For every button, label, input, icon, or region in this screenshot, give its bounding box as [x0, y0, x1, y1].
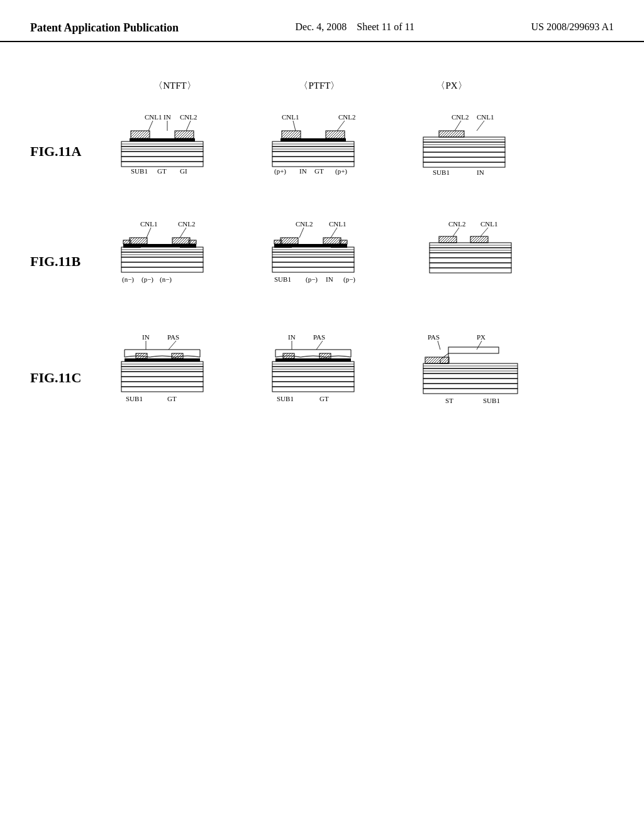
svg-text:(p−): (p−) [142, 275, 153, 284]
svg-rect-32 [272, 162, 354, 167]
svg-line-146 [477, 341, 482, 350]
svg-text:(n−): (n−) [122, 275, 134, 284]
svg-rect-153 [423, 374, 518, 379]
svg-line-76 [331, 228, 337, 238]
svg-rect-58 [123, 240, 131, 244]
svg-text:PAS: PAS [313, 333, 325, 341]
svg-text:CNL1: CNL1 [282, 113, 299, 121]
svg-rect-6 [131, 131, 150, 138]
svg-rect-30 [272, 152, 354, 157]
main-content: 〈NTFT〉 〈PTFT〉 〈PX〉 FIG.11A CNL1 IN CNL2 [0, 42, 644, 438]
svg-text:(p+): (p+) [274, 167, 286, 175]
fig-11c-diagrams: IN PAS [112, 331, 530, 425]
svg-line-98 [480, 228, 488, 236]
svg-text:(n−): (n−) [160, 275, 172, 284]
svg-line-40 [477, 121, 484, 131]
svg-text:CNL1: CNL1 [140, 220, 158, 228]
svg-rect-100 [470, 236, 488, 243]
svg-text:CNL2: CNL2 [180, 113, 197, 121]
svg-text:CNL2: CNL2 [452, 113, 469, 121]
fig-11c-row: FIG.11C IN PAS [30, 331, 614, 425]
svg-text:GT: GT [157, 167, 167, 175]
svg-text:PAS: PAS [167, 333, 179, 341]
svg-line-21 [293, 121, 296, 131]
svg-text:SUB1: SUB1 [126, 395, 143, 402]
svg-line-55 [180, 228, 186, 238]
svg-line-54 [147, 228, 151, 238]
svg-rect-24 [326, 131, 345, 138]
svg-rect-90 [272, 267, 354, 272]
svg-rect-68 [121, 262, 203, 267]
ptft-header: 〈PTFT〉 [257, 80, 382, 92]
svg-rect-137 [272, 372, 354, 377]
svg-text:IN: IN [288, 333, 296, 341]
svg-text:CNL2: CNL2 [296, 220, 313, 228]
svg-rect-155 [423, 384, 518, 389]
px-11a-svg: CNL2 CNL1 SUB1 [414, 111, 524, 192]
ntft-11a-svg: CNL1 IN CNL2 [112, 111, 244, 192]
svg-rect-78 [323, 238, 341, 244]
svg-rect-131 [319, 353, 331, 358]
svg-rect-120 [121, 372, 203, 377]
svg-rect-89 [272, 262, 354, 267]
svg-text:GT: GT [167, 395, 177, 402]
svg-rect-106 [430, 258, 511, 263]
svg-text:SUB1: SUB1 [274, 275, 291, 283]
ptft-11b-diagram: CNL2 CNL1 [263, 218, 401, 306]
svg-rect-147 [448, 347, 499, 353]
svg-rect-107 [430, 263, 511, 268]
svg-text:(p−): (p−) [306, 275, 318, 284]
svg-text:GI: GI [180, 167, 187, 175]
svg-text:CNL1: CNL1 [477, 113, 494, 121]
svg-rect-99 [439, 236, 457, 243]
svg-rect-130 [283, 353, 294, 358]
ntft-11a-diagram: CNL1 IN CNL2 [112, 111, 244, 192]
svg-text:ST: ST [445, 397, 453, 404]
px-header: 〈PX〉 [401, 80, 502, 92]
svg-rect-132 [275, 358, 351, 362]
sheet-info: Sheet 11 of 11 [357, 21, 414, 32]
svg-rect-7 [175, 131, 194, 138]
fig-11b-diagrams: CNL1 CNL2 [112, 218, 530, 306]
svg-text:CNL1: CNL1 [145, 113, 162, 121]
svg-text:(p+): (p+) [335, 167, 347, 175]
svg-rect-138 [272, 377, 354, 382]
fig-11b-label: FIG.11B [30, 253, 99, 270]
publication-title: Patent Application Publication [30, 20, 179, 36]
svg-line-75 [299, 228, 304, 238]
svg-text:CNL1: CNL1 [329, 220, 347, 228]
svg-line-39 [455, 121, 461, 131]
ptft-11a-diagram: CNL1 CNL2 [263, 111, 395, 192]
svg-rect-57 [172, 238, 190, 244]
svg-text:CNL2: CNL2 [178, 220, 196, 228]
svg-text:SUB1: SUB1 [277, 395, 294, 402]
svg-text:IN: IN [164, 113, 171, 121]
px-11b-svg: CNL2 CNL1 [420, 218, 530, 306]
svg-rect-113 [136, 353, 147, 358]
svg-text:IN: IN [299, 167, 307, 175]
fig-11a-diagrams: CNL1 IN CNL2 [112, 111, 524, 192]
ntft-11c-svg: IN PAS [112, 331, 244, 425]
fig-11a-row: FIG.11A CNL1 IN CNL2 [30, 111, 614, 192]
svg-rect-49 [423, 162, 505, 167]
svg-rect-115 [125, 358, 200, 362]
svg-rect-13 [121, 152, 203, 157]
svg-rect-140 [272, 387, 354, 392]
svg-rect-80 [340, 240, 347, 244]
svg-text:IN: IN [477, 169, 484, 176]
ptft-11b-svg: CNL2 CNL1 [263, 218, 401, 306]
svg-rect-121 [121, 377, 203, 382]
svg-line-112 [169, 341, 176, 350]
svg-rect-48 [423, 157, 505, 162]
svg-rect-59 [189, 240, 196, 244]
svg-line-22 [337, 121, 345, 131]
svg-rect-67 [121, 257, 203, 262]
px-11a-diagram: CNL2 CNL1 SUB1 [414, 111, 524, 192]
px-11b-diagram: CNL2 CNL1 [420, 218, 530, 306]
svg-text:CNL2: CNL2 [338, 113, 356, 121]
fig-11b-row: FIG.11B CNL1 CNL2 [30, 218, 614, 306]
svg-rect-88 [272, 257, 354, 262]
svg-rect-69 [121, 267, 203, 272]
svg-rect-139 [272, 382, 354, 387]
svg-rect-154 [423, 379, 518, 384]
